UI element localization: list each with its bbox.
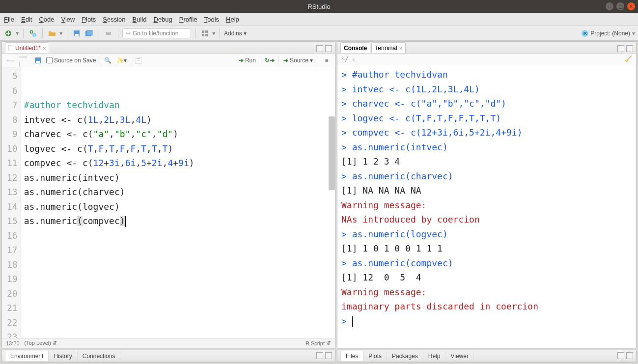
tab-files[interactable]: Files xyxy=(340,351,363,361)
project-label: Project: (None) xyxy=(590,30,630,37)
pane-max-icon[interactable] xyxy=(626,352,633,359)
tab-help[interactable]: Help xyxy=(423,351,446,361)
menu-build[interactable]: Build xyxy=(133,16,147,23)
window-close-button[interactable]: × xyxy=(627,2,635,10)
svg-rect-9 xyxy=(202,30,204,33)
code-area[interactable]: #author techvidvanintvec <- c(1L,2L,3L,4… xyxy=(21,67,335,338)
close-icon[interactable]: × xyxy=(43,45,46,51)
project-selector[interactable]: R Project: (None) ▾ xyxy=(582,30,635,37)
run-button[interactable]: ➔Run xyxy=(237,56,258,65)
svg-point-2 xyxy=(32,33,36,37)
outline-icon[interactable]: ≡ xyxy=(321,55,332,66)
svg-rect-6 xyxy=(87,30,92,35)
tab-connections[interactable]: Connections xyxy=(78,351,121,361)
goto-placeholder: Go to file/function xyxy=(133,30,178,37)
menu-view[interactable]: View xyxy=(61,16,75,23)
source-tab-untitled[interactable]: Untitled1* × xyxy=(5,42,49,53)
svg-rect-15 xyxy=(36,61,40,63)
files-pane: FilesPlotsPackagesHelpViewer xyxy=(337,350,637,363)
svg-rect-11 xyxy=(202,34,204,36)
env-tabs: EnvironmentHistoryConnections xyxy=(2,350,335,362)
grid-icon[interactable] xyxy=(199,28,210,39)
menu-plots[interactable]: Plots xyxy=(82,16,96,23)
main-toolbar: ▾ ▾ ↪Go to file/function ▾ Addins ▾ R Pr… xyxy=(0,26,638,41)
svg-rect-10 xyxy=(205,30,208,33)
filetype-selector[interactable]: R Script ⇵ xyxy=(305,340,331,346)
tab-terminal[interactable]: Terminal× xyxy=(371,42,406,53)
save-source-icon[interactable] xyxy=(32,55,43,66)
menu-tools[interactable]: Tools xyxy=(204,16,219,23)
pane-min-icon[interactable] xyxy=(617,45,624,52)
nav-back-icon[interactable]: ⟸ xyxy=(5,55,16,66)
editor-body[interactable]: 567891011121314151617181920212223 #autho… xyxy=(2,67,335,338)
open-file-icon[interactable] xyxy=(47,28,57,39)
source-pane: Untitled1* × ⟸ ⟹ | Source on Save 🔍 ✨▾ ➔… xyxy=(1,41,335,348)
file-icon xyxy=(8,45,13,51)
cursor-position: 13:20 xyxy=(6,340,20,346)
scrollbar-thumb[interactable] xyxy=(329,116,335,190)
tab-environment[interactable]: Environment xyxy=(5,351,49,361)
source-button[interactable]: ➔Source ▾ xyxy=(281,56,315,65)
pane-max-icon[interactable] xyxy=(325,352,332,359)
window-maximize-button[interactable]: ◻ xyxy=(616,2,624,10)
menu-profile[interactable]: Profile xyxy=(179,16,197,23)
console-subheader: ~/ ☆ 🧹 xyxy=(337,54,636,64)
tab-viewer[interactable]: Viewer xyxy=(445,351,473,361)
menu-file[interactable]: File xyxy=(4,16,14,23)
svg-rect-17 xyxy=(137,58,140,59)
menu-code[interactable]: Code xyxy=(39,16,54,23)
source-tabbar: Untitled1* × xyxy=(2,42,335,54)
line-gutter: 567891011121314151617181920212223 xyxy=(2,67,21,338)
console-pane: Console Terminal× ~/ ☆ 🧹 > #author techv… xyxy=(337,41,637,348)
files-tabs: FilesPlotsPackagesHelpViewer xyxy=(337,350,636,362)
rerun-icon[interactable]: ↻➔ xyxy=(264,55,275,66)
report-icon[interactable] xyxy=(133,55,144,66)
svg-rect-8 xyxy=(107,30,110,32)
source-on-save-toggle[interactable]: Source on Save xyxy=(46,57,96,64)
window-titlebar: RStudio – ◻ × xyxy=(0,0,638,13)
pane-min-icon[interactable] xyxy=(617,352,624,359)
r-project-icon: R xyxy=(582,30,588,37)
svg-rect-12 xyxy=(205,34,208,36)
console-tabbar: Console Terminal× xyxy=(337,42,636,54)
svg-rect-18 xyxy=(137,60,140,60)
menubar: FileEditCodeViewPlotsSessionBuildDebugPr… xyxy=(0,13,638,26)
window-title: RStudio xyxy=(307,3,330,10)
source-on-save-label: Source on Save xyxy=(54,57,96,64)
console-body[interactable]: > #author techvidvan> intvec <- c(1L,2L,… xyxy=(337,64,636,348)
new-project-icon[interactable] xyxy=(28,28,38,39)
env-pane: EnvironmentHistoryConnections xyxy=(1,350,335,363)
addins-menu[interactable]: Addins ▾ xyxy=(224,30,247,37)
find-icon[interactable]: 🔍 xyxy=(102,55,113,66)
console-wd: ~/ ☆ xyxy=(341,56,356,62)
svg-rect-4 xyxy=(75,34,79,36)
source-on-save-checkbox[interactable] xyxy=(46,57,53,63)
tab-console[interactable]: Console xyxy=(340,42,370,53)
menu-debug[interactable]: Debug xyxy=(154,16,172,23)
new-file-icon[interactable] xyxy=(3,28,14,39)
wand-icon[interactable]: ✨▾ xyxy=(116,55,127,66)
clear-console-icon[interactable]: 🧹 xyxy=(625,56,632,62)
window-minimize-button[interactable]: – xyxy=(606,2,613,10)
pane-max-icon[interactable] xyxy=(626,45,633,52)
save-all-icon[interactable] xyxy=(84,28,95,39)
window-controls: – ◻ × xyxy=(606,2,635,10)
tab-history[interactable]: History xyxy=(49,351,77,361)
menu-edit[interactable]: Edit xyxy=(21,16,32,23)
source-tab-label: Untitled1* xyxy=(15,45,41,52)
save-icon[interactable] xyxy=(71,28,82,39)
pane-min-icon[interactable] xyxy=(316,352,323,359)
svg-rect-13 xyxy=(8,45,13,51)
main-grid: Untitled1* × ⟸ ⟹ | Source on Save 🔍 ✨▾ ➔… xyxy=(0,41,638,364)
pane-min-icon[interactable] xyxy=(316,45,323,52)
print-icon[interactable] xyxy=(103,28,114,39)
editor-statusbar: 13:20 (Top Level) ⇵ R Script ⇵ xyxy=(2,338,335,348)
menu-session[interactable]: Session xyxy=(103,16,125,23)
tab-packages[interactable]: Packages xyxy=(387,351,423,361)
goto-input[interactable]: ↪Go to file/function xyxy=(122,28,191,38)
menu-help[interactable]: Help xyxy=(226,16,239,23)
scope-selector[interactable]: (Top Level) ⇵ xyxy=(25,340,57,346)
pane-max-icon[interactable] xyxy=(325,45,332,52)
tab-plots[interactable]: Plots xyxy=(363,351,387,361)
nav-fwd-icon[interactable]: ⟹ | xyxy=(19,55,29,66)
